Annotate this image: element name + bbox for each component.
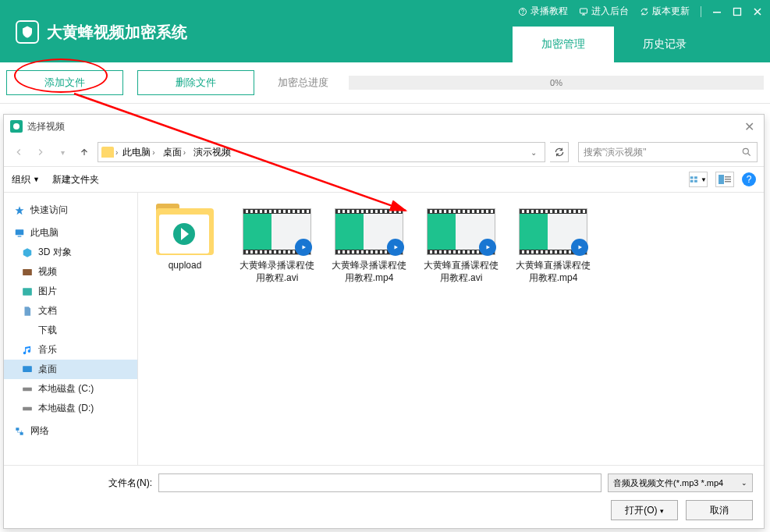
download-icon — [21, 325, 34, 337]
svg-rect-3 — [713, 12, 721, 13]
nav-recent-button[interactable]: ▾ — [54, 144, 71, 161]
filetype-select[interactable]: 音频及视频文件(*.mp3 *.mp4 ⌄ — [608, 473, 753, 492]
dialog-app-icon — [10, 120, 23, 133]
minimize-button[interactable] — [712, 7, 722, 16]
sidebar-downloads[interactable]: 下载 — [4, 321, 137, 340]
sidebar-quick-access[interactable]: 快速访问 — [4, 200, 137, 220]
top-links: 录播教程 进入后台 版本更新 — [518, 5, 762, 18]
file-name: 大黄蜂直播课程使用教程.avi — [422, 260, 500, 284]
delete-file-button[interactable]: 删除文件 — [137, 70, 254, 95]
sidebar-this-pc[interactable]: 此电脑 — [4, 223, 137, 243]
svg-rect-21 — [23, 387, 32, 391]
nav-back-button[interactable] — [10, 144, 27, 161]
nav-forward-button[interactable] — [32, 144, 49, 161]
disk-icon — [21, 383, 34, 395]
organize-menu[interactable]: 组织 ▼ — [12, 173, 40, 186]
view-details-button[interactable] — [715, 172, 734, 187]
sidebar-desktop[interactable]: 桌面 — [4, 360, 137, 379]
sidebar-documents[interactable]: 文档 — [4, 301, 137, 321]
filename-label: 文件名(N): — [108, 477, 152, 490]
svg-point-7 — [743, 148, 748, 154]
view-icons-button[interactable]: ▼ — [689, 172, 708, 187]
header-tabs: 加密管理 历史记录 — [513, 27, 715, 62]
progress-bar: 0% — [349, 76, 764, 90]
video-thumbnail — [427, 208, 495, 255]
open-button[interactable]: 打开(O) ▾ — [611, 500, 678, 520]
sidebar-network[interactable]: 网络 — [4, 421, 137, 441]
file-item-video[interactable]: 大黄蜂录播课程使用教程.avi — [238, 208, 316, 284]
cancel-button[interactable]: 取消 — [686, 500, 753, 520]
dialog-close-button[interactable]: ✕ — [741, 119, 758, 134]
file-name: 大黄蜂录播课程使用教程.avi — [238, 260, 316, 284]
maximize-icon — [733, 7, 742, 16]
music-icon — [21, 344, 34, 356]
app-header: 录播教程 进入后台 版本更新 大黄蜂视频加密系统 加密管理 历史记录 — [0, 0, 770, 62]
svg-rect-11 — [694, 180, 697, 183]
files-area[interactable]: qupload 大黄蜂录播课程使用教程.avi 大黄蜂录播课程使用教程.mp4 — [138, 193, 764, 465]
chevron-right-icon: › — [115, 148, 118, 157]
sidebar-videos[interactable]: 视频 — [4, 262, 137, 282]
maximize-button[interactable] — [733, 7, 742, 16]
svg-rect-9 — [694, 176, 697, 179]
app-title: 大黄蜂视频加密系统 — [47, 22, 187, 43]
svg-rect-17 — [18, 236, 22, 236]
backend-link[interactable]: 进入后台 — [579, 5, 629, 18]
update-link[interactable]: 版本更新 — [640, 5, 690, 18]
sidebar-pictures[interactable]: 图片 — [4, 282, 137, 301]
tutorial-label: 录播教程 — [530, 5, 568, 18]
tab-history[interactable]: 历史记录 — [614, 27, 715, 62]
help-icon — [518, 7, 527, 16]
star-icon — [13, 204, 26, 217]
path-bar[interactable]: › 此电脑› 桌面› 演示视频 ⌄ — [98, 142, 545, 162]
path-seg-folder[interactable]: 演示视频 — [190, 146, 234, 159]
minimize-icon — [712, 7, 722, 16]
sidebar-3d-objects[interactable]: 3D 对象 — [4, 243, 137, 262]
file-name: qupload — [169, 260, 202, 272]
play-icon — [571, 239, 588, 256]
filename-row: 文件名(N): 音频及视频文件(*.mp3 *.mp4 ⌄ — [15, 473, 753, 492]
sidebar-disk-d[interactable]: 本地磁盘 (D:) — [4, 399, 137, 418]
new-folder-button[interactable]: 新建文件夹 — [52, 173, 99, 186]
file-item-video[interactable]: 大黄蜂直播课程使用教程.mp4 — [514, 208, 592, 284]
path-seg-pc[interactable]: 此电脑› — [119, 146, 158, 159]
file-open-dialog: 选择视频 ✕ ▾ › 此电脑› 桌面› 演示视频 ⌄ 搜索"演示视频" 组织 ▼… — [3, 114, 765, 529]
pc-icon — [13, 227, 26, 239]
svg-rect-19 — [23, 288, 32, 295]
video-thumbnail — [335, 208, 403, 255]
video-thumbnail — [243, 208, 311, 255]
file-item-folder[interactable]: qupload — [146, 208, 224, 272]
play-icon — [479, 239, 496, 256]
file-name: 大黄蜂录播课程使用教程.mp4 — [330, 260, 408, 284]
tutorial-link[interactable]: 录播教程 — [518, 5, 568, 18]
progress-value: 0% — [550, 78, 562, 87]
video-icon — [21, 266, 34, 278]
path-dropdown-button[interactable]: ⌄ — [526, 148, 541, 157]
file-item-video[interactable]: 大黄蜂录播课程使用教程.mp4 — [330, 208, 408, 284]
dialog-body: 快速访问 此电脑 3D 对象 视频 图片 文档 — [4, 193, 764, 465]
sidebar-music[interactable]: 音乐 — [4, 340, 137, 360]
path-seg-desktop[interactable]: 桌面› — [160, 146, 189, 159]
refresh-button[interactable] — [550, 142, 569, 162]
svg-rect-22 — [23, 406, 32, 410]
svg-rect-14 — [725, 179, 731, 180]
folder-icon — [101, 147, 114, 158]
help-button[interactable]: ? — [742, 172, 756, 186]
sidebar-disk-c[interactable]: 本地磁盘 (C:) — [4, 379, 137, 399]
file-item-video[interactable]: 大黄蜂直播课程使用教程.avi — [422, 208, 500, 284]
close-icon — [753, 7, 762, 16]
add-file-button[interactable]: 添加文件 — [6, 70, 123, 95]
search-input[interactable]: 搜索"演示视频" — [578, 142, 758, 162]
filename-input[interactable] — [158, 473, 601, 492]
dialog-title-bar: 选择视频 ✕ — [4, 115, 764, 138]
file-name: 大黄蜂直播课程使用教程.mp4 — [514, 260, 592, 284]
disk-icon — [21, 403, 34, 415]
svg-rect-12 — [719, 175, 724, 184]
close-button[interactable] — [753, 7, 762, 16]
chevron-down-icon: ⌄ — [741, 479, 747, 487]
monitor-icon — [579, 7, 588, 16]
svg-rect-13 — [725, 176, 731, 178]
tab-encrypt[interactable]: 加密管理 — [513, 27, 614, 62]
nav-up-button[interactable] — [76, 144, 93, 161]
refresh-icon — [640, 7, 649, 16]
svg-rect-24 — [20, 432, 23, 435]
